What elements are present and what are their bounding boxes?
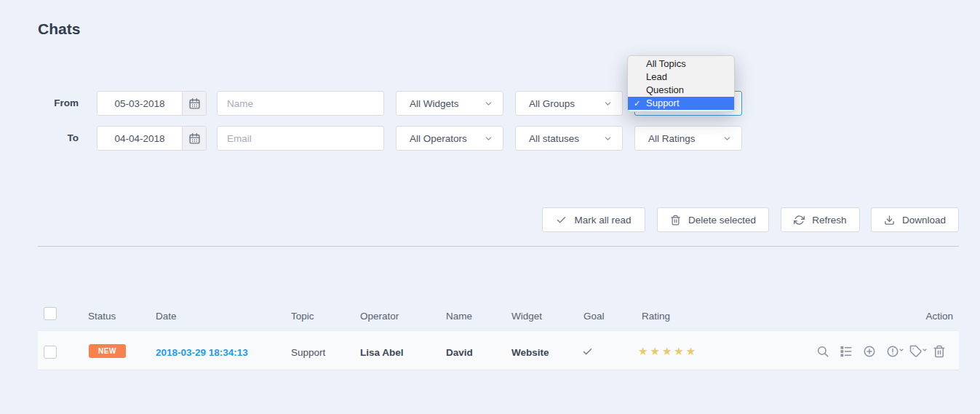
from-date-input[interactable]: [97, 92, 182, 115]
download-button[interactable]: Download: [871, 207, 959, 232]
chevron-down-icon: [484, 134, 493, 143]
trash-icon[interactable]: [933, 345, 946, 358]
status-badge: NEW: [89, 344, 126, 358]
header-goal: Goal: [583, 311, 605, 322]
list-icon[interactable]: [840, 345, 853, 358]
name-input[interactable]: [217, 91, 384, 116]
header-date: Date: [156, 311, 177, 322]
header-operator: Operator: [360, 311, 399, 322]
cell-name: David: [446, 347, 473, 358]
alert-circle-icon[interactable]: [886, 345, 899, 358]
widgets-select[interactable]: All Widgets: [396, 91, 503, 116]
delete-selected-label: Delete selected: [688, 215, 756, 226]
plus-circle-icon[interactable]: [863, 345, 876, 358]
email-input[interactable]: [217, 126, 384, 151]
header-rating: Rating: [642, 311, 670, 322]
header-action: Action: [925, 311, 953, 322]
to-date-input[interactable]: [97, 127, 182, 150]
from-label: From: [29, 91, 79, 116]
search-icon[interactable]: [816, 345, 829, 358]
chat-date-link[interactable]: 2018-03-29 18:34:13: [156, 347, 248, 358]
refresh-icon: [794, 215, 805, 226]
from-date-group: [97, 91, 207, 116]
trash-icon: [670, 215, 681, 226]
goal-check-icon: [582, 346, 593, 360]
chevron-down-icon: [899, 343, 904, 356]
mark-all-read-label: Mark all read: [574, 215, 631, 226]
chevron-down-icon: [603, 134, 613, 143]
to-date-group: [97, 126, 207, 151]
menu-item-question[interactable]: Question: [628, 84, 734, 97]
check-icon: ✓: [634, 97, 640, 110]
menu-item-lead[interactable]: Lead: [628, 71, 734, 84]
row-checkbox[interactable]: [44, 346, 57, 359]
statuses-select-value: All statuses: [529, 133, 579, 144]
from-calendar-button[interactable]: [182, 92, 206, 115]
groups-select[interactable]: All Groups: [515, 91, 623, 116]
refresh-button[interactable]: Refresh: [781, 207, 860, 232]
table-header: Status Date Topic Operator Name Widget G…: [38, 298, 959, 330]
download-icon: [884, 215, 895, 226]
cell-operator: Lisa Abel: [360, 347, 404, 358]
chevron-down-icon: [603, 99, 613, 108]
select-all-checkbox[interactable]: [44, 307, 57, 320]
mark-all-read-button[interactable]: Mark all read: [542, 207, 645, 232]
to-label: To: [29, 126, 79, 151]
refresh-label: Refresh: [812, 215, 846, 226]
header-name: Name: [446, 311, 472, 322]
header-widget: Widget: [511, 311, 542, 322]
operators-select-value: All Operators: [410, 133, 467, 144]
divider: [38, 246, 959, 247]
download-label: Download: [902, 215, 946, 226]
calendar-icon: [188, 97, 201, 110]
page-title: Chats: [38, 20, 80, 38]
chats-page: Chats From All Widgets All Groups Suppor…: [0, 0, 980, 414]
ratings-select-value: All Ratings: [648, 133, 696, 144]
chevron-down-icon: [722, 134, 732, 143]
header-status: Status: [88, 311, 116, 322]
cell-topic: Support: [291, 347, 325, 358]
delete-selected-button[interactable]: Delete selected: [657, 207, 769, 232]
widgets-select-value: All Widgets: [410, 98, 459, 109]
rating-stars: ★★★★★: [638, 345, 698, 358]
row-actions: [816, 345, 946, 358]
calendar-icon: [188, 132, 201, 145]
cell-widget: Website: [511, 347, 549, 358]
menu-item-all-topics[interactable]: All Topics: [628, 57, 734, 71]
ratings-select[interactable]: All Ratings: [634, 126, 742, 151]
chevron-down-icon: [484, 99, 493, 108]
menu-item-support[interactable]: ✓ Support: [628, 97, 734, 110]
statuses-select[interactable]: All statuses: [515, 126, 623, 151]
topics-dropdown-menu: All Topics Lead Question ✓ Support: [627, 55, 735, 112]
operators-select[interactable]: All Operators: [396, 126, 503, 151]
table-row: NEW 2018-03-29 18:34:13 Support Lisa Abe…: [38, 330, 959, 370]
header-topic: Topic: [291, 311, 314, 322]
chevron-down-icon: [922, 343, 928, 356]
groups-select-value: All Groups: [529, 98, 575, 109]
check-icon: [556, 215, 567, 226]
menu-item-support-label: Support: [646, 97, 680, 108]
to-calendar-button[interactable]: [182, 127, 206, 150]
tag-icon[interactable]: [909, 345, 923, 358]
